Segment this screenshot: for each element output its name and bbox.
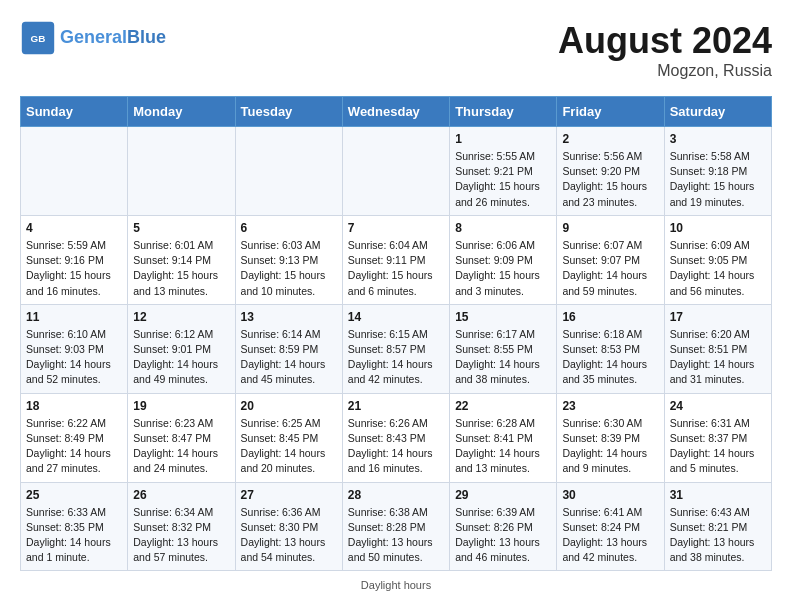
day-info: Sunrise: 6:34 AM Sunset: 8:32 PM Dayligh… [133,505,229,566]
day-info: Sunrise: 5:59 AM Sunset: 9:16 PM Dayligh… [26,238,122,299]
day-number: 20 [241,399,337,413]
day-number: 10 [670,221,766,235]
day-info: Sunrise: 6:41 AM Sunset: 8:24 PM Dayligh… [562,505,658,566]
day-number: 17 [670,310,766,324]
calendar-week-row: 4Sunrise: 5:59 AM Sunset: 9:16 PM Daylig… [21,215,772,304]
day-info: Sunrise: 5:56 AM Sunset: 9:20 PM Dayligh… [562,149,658,210]
calendar-cell: 30Sunrise: 6:41 AM Sunset: 8:24 PM Dayli… [557,482,664,571]
calendar-cell: 12Sunrise: 6:12 AM Sunset: 9:01 PM Dayli… [128,304,235,393]
calendar-cell: 31Sunrise: 6:43 AM Sunset: 8:21 PM Dayli… [664,482,771,571]
day-number: 27 [241,488,337,502]
day-number: 15 [455,310,551,324]
day-info: Sunrise: 5:55 AM Sunset: 9:21 PM Dayligh… [455,149,551,210]
column-header-wednesday: Wednesday [342,97,449,127]
day-info: Sunrise: 6:14 AM Sunset: 8:59 PM Dayligh… [241,327,337,388]
column-header-sunday: Sunday [21,97,128,127]
day-info: Sunrise: 6:43 AM Sunset: 8:21 PM Dayligh… [670,505,766,566]
day-number: 2 [562,132,658,146]
day-number: 21 [348,399,444,413]
calendar-week-row: 1Sunrise: 5:55 AM Sunset: 9:21 PM Daylig… [21,127,772,216]
day-number: 23 [562,399,658,413]
day-number: 1 [455,132,551,146]
day-info: Sunrise: 6:20 AM Sunset: 8:51 PM Dayligh… [670,327,766,388]
day-number: 9 [562,221,658,235]
calendar-cell: 28Sunrise: 6:38 AM Sunset: 8:28 PM Dayli… [342,482,449,571]
calendar-cell: 4Sunrise: 5:59 AM Sunset: 9:16 PM Daylig… [21,215,128,304]
calendar-cell: 14Sunrise: 6:15 AM Sunset: 8:57 PM Dayli… [342,304,449,393]
day-info: Sunrise: 6:23 AM Sunset: 8:47 PM Dayligh… [133,416,229,477]
day-info: Sunrise: 6:36 AM Sunset: 8:30 PM Dayligh… [241,505,337,566]
day-number: 14 [348,310,444,324]
day-info: Sunrise: 6:22 AM Sunset: 8:49 PM Dayligh… [26,416,122,477]
calendar-header-row: SundayMondayTuesdayWednesdayThursdayFrid… [21,97,772,127]
day-info: Sunrise: 6:28 AM Sunset: 8:41 PM Dayligh… [455,416,551,477]
day-info: Sunrise: 6:17 AM Sunset: 8:55 PM Dayligh… [455,327,551,388]
day-info: Sunrise: 6:09 AM Sunset: 9:05 PM Dayligh… [670,238,766,299]
logo-text: GeneralBlue [60,28,166,48]
day-info: Sunrise: 6:06 AM Sunset: 9:09 PM Dayligh… [455,238,551,299]
calendar-week-row: 18Sunrise: 6:22 AM Sunset: 8:49 PM Dayli… [21,393,772,482]
calendar-cell [21,127,128,216]
day-number: 25 [26,488,122,502]
day-number: 29 [455,488,551,502]
column-header-thursday: Thursday [450,97,557,127]
title-block: August 2024 Mogzon, Russia [558,20,772,80]
calendar-cell: 26Sunrise: 6:34 AM Sunset: 8:32 PM Dayli… [128,482,235,571]
calendar-cell: 16Sunrise: 6:18 AM Sunset: 8:53 PM Dayli… [557,304,664,393]
calendar-cell: 22Sunrise: 6:28 AM Sunset: 8:41 PM Dayli… [450,393,557,482]
day-info: Sunrise: 6:25 AM Sunset: 8:45 PM Dayligh… [241,416,337,477]
column-header-friday: Friday [557,97,664,127]
day-info: Sunrise: 6:04 AM Sunset: 9:11 PM Dayligh… [348,238,444,299]
day-number: 4 [26,221,122,235]
calendar-table: SundayMondayTuesdayWednesdayThursdayFrid… [20,96,772,571]
day-info: Sunrise: 5:58 AM Sunset: 9:18 PM Dayligh… [670,149,766,210]
calendar-cell: 21Sunrise: 6:26 AM Sunset: 8:43 PM Dayli… [342,393,449,482]
column-header-monday: Monday [128,97,235,127]
day-number: 16 [562,310,658,324]
day-number: 19 [133,399,229,413]
day-number: 3 [670,132,766,146]
day-number: 12 [133,310,229,324]
calendar-cell: 2Sunrise: 5:56 AM Sunset: 9:20 PM Daylig… [557,127,664,216]
day-number: 13 [241,310,337,324]
calendar-cell: 19Sunrise: 6:23 AM Sunset: 8:47 PM Dayli… [128,393,235,482]
day-number: 7 [348,221,444,235]
day-number: 6 [241,221,337,235]
calendar-cell: 1Sunrise: 5:55 AM Sunset: 9:21 PM Daylig… [450,127,557,216]
day-info: Sunrise: 6:18 AM Sunset: 8:53 PM Dayligh… [562,327,658,388]
calendar-cell [235,127,342,216]
day-info: Sunrise: 6:31 AM Sunset: 8:37 PM Dayligh… [670,416,766,477]
calendar-cell: 6Sunrise: 6:03 AM Sunset: 9:13 PM Daylig… [235,215,342,304]
day-number: 8 [455,221,551,235]
calendar-cell: 23Sunrise: 6:30 AM Sunset: 8:39 PM Dayli… [557,393,664,482]
day-number: 26 [133,488,229,502]
column-header-tuesday: Tuesday [235,97,342,127]
day-number: 24 [670,399,766,413]
day-info: Sunrise: 6:15 AM Sunset: 8:57 PM Dayligh… [348,327,444,388]
logo: GB GeneralBlue [20,20,166,56]
day-number: 30 [562,488,658,502]
calendar-cell: 9Sunrise: 6:07 AM Sunset: 9:07 PM Daylig… [557,215,664,304]
day-info: Sunrise: 6:33 AM Sunset: 8:35 PM Dayligh… [26,505,122,566]
page-header: GB GeneralBlue August 2024 Mogzon, Russi… [20,20,772,80]
calendar-cell: 5Sunrise: 6:01 AM Sunset: 9:14 PM Daylig… [128,215,235,304]
calendar-week-row: 11Sunrise: 6:10 AM Sunset: 9:03 PM Dayli… [21,304,772,393]
logo-icon: GB [20,20,56,56]
calendar-cell: 27Sunrise: 6:36 AM Sunset: 8:30 PM Dayli… [235,482,342,571]
calendar-cell: 17Sunrise: 6:20 AM Sunset: 8:51 PM Dayli… [664,304,771,393]
day-number: 22 [455,399,551,413]
calendar-cell: 18Sunrise: 6:22 AM Sunset: 8:49 PM Dayli… [21,393,128,482]
footer-note: Daylight hours [20,579,772,591]
day-info: Sunrise: 6:03 AM Sunset: 9:13 PM Dayligh… [241,238,337,299]
calendar-cell: 13Sunrise: 6:14 AM Sunset: 8:59 PM Dayli… [235,304,342,393]
day-info: Sunrise: 6:10 AM Sunset: 9:03 PM Dayligh… [26,327,122,388]
column-header-saturday: Saturday [664,97,771,127]
location: Mogzon, Russia [558,62,772,80]
calendar-cell: 25Sunrise: 6:33 AM Sunset: 8:35 PM Dayli… [21,482,128,571]
calendar-cell [342,127,449,216]
svg-text:GB: GB [31,33,46,44]
day-number: 18 [26,399,122,413]
calendar-week-row: 25Sunrise: 6:33 AM Sunset: 8:35 PM Dayli… [21,482,772,571]
day-info: Sunrise: 6:38 AM Sunset: 8:28 PM Dayligh… [348,505,444,566]
calendar-cell: 24Sunrise: 6:31 AM Sunset: 8:37 PM Dayli… [664,393,771,482]
